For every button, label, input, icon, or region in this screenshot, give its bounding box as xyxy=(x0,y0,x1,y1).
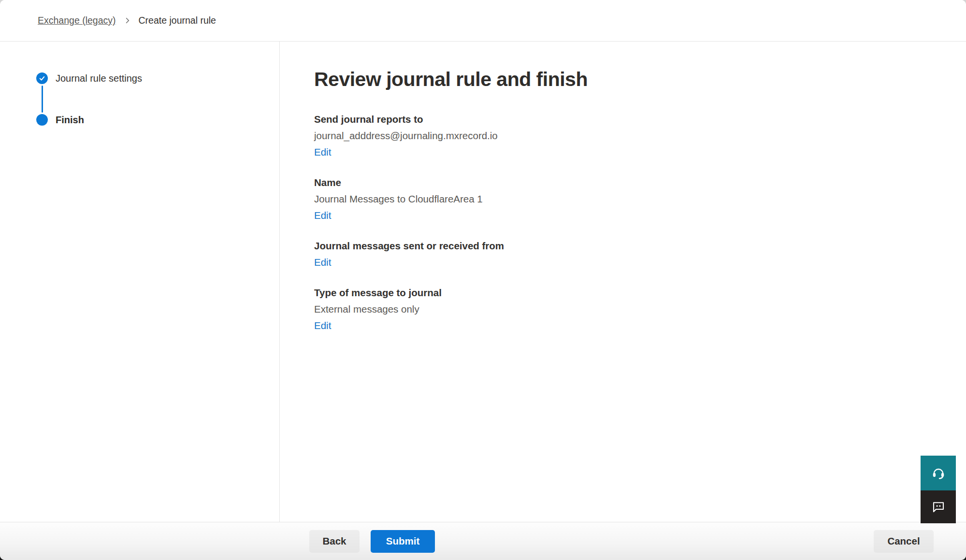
feedback-button[interactable] xyxy=(921,490,956,523)
floating-button-stack xyxy=(921,456,956,523)
main-row: Journal rule settings Finish Review jour… xyxy=(0,42,966,522)
section-value: Journal Messages to CloudflareArea 1 xyxy=(314,191,966,207)
section-label: Send journal reports to xyxy=(314,111,966,128)
step-completed-check-icon xyxy=(36,72,48,84)
section-name: Name Journal Messages to CloudflareArea … xyxy=(314,174,966,224)
step-label: Finish xyxy=(56,115,84,126)
wizard-steps-panel: Journal rule settings Finish xyxy=(0,42,280,522)
edit-send-journal-reports-link[interactable]: Edit xyxy=(314,144,331,160)
support-button[interactable] xyxy=(921,456,956,490)
chevron-right-icon xyxy=(124,17,131,24)
footer-action-bar: Back Submit Cancel xyxy=(0,522,966,560)
section-value: journal_adddress@journaling.mxrecord.io xyxy=(314,128,966,144)
wizard-step-finish[interactable]: Finish xyxy=(36,114,279,126)
section-label: Name xyxy=(314,174,966,191)
step-current-dot-icon xyxy=(36,114,48,126)
review-content: Review journal rule and finish Send jour… xyxy=(280,42,966,522)
section-send-journal-reports-to: Send journal reports to journal_adddress… xyxy=(314,111,966,160)
page-title: Review journal rule and finish xyxy=(314,67,966,92)
breadcrumb: Exchange (legacy) Create journal rule xyxy=(38,15,216,26)
submit-button[interactable]: Submit xyxy=(371,530,435,553)
edit-journal-messages-scope-link[interactable]: Edit xyxy=(314,254,331,271)
app-window: Exchange (legacy) Create journal rule Jo… xyxy=(0,0,966,560)
step-label: Journal rule settings xyxy=(56,73,142,84)
breadcrumb-exchange-legacy[interactable]: Exchange (legacy) xyxy=(38,15,116,26)
cancel-button[interactable]: Cancel xyxy=(874,530,934,553)
section-type-of-message: Type of message to journal External mess… xyxy=(314,285,966,334)
step-connector-line xyxy=(42,86,43,113)
section-label: Journal messages sent or received from xyxy=(314,238,966,254)
edit-type-of-message-link[interactable]: Edit xyxy=(314,317,331,334)
headset-icon xyxy=(931,465,946,481)
back-button[interactable]: Back xyxy=(309,530,360,553)
top-bar: Exchange (legacy) Create journal rule xyxy=(0,0,966,42)
section-journal-messages-scope: Journal messages sent or received from E… xyxy=(314,238,966,271)
wizard-step-journal-rule-settings[interactable]: Journal rule settings xyxy=(36,72,279,84)
feedback-icon xyxy=(931,500,946,514)
section-value: External messages only xyxy=(314,301,966,317)
section-label: Type of message to journal xyxy=(314,285,966,301)
edit-name-link[interactable]: Edit xyxy=(314,207,331,224)
breadcrumb-current: Create journal rule xyxy=(139,15,216,26)
